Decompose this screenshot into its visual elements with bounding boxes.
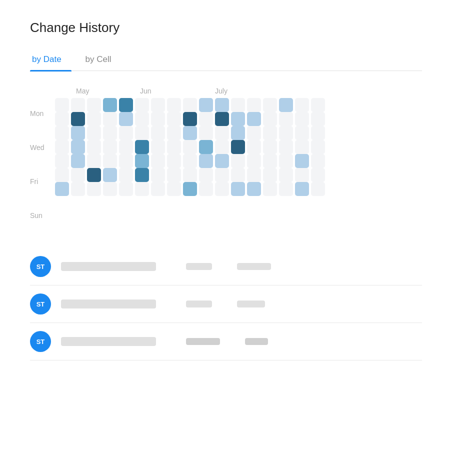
cell — [183, 98, 197, 112]
cell — [199, 126, 213, 140]
item-mid-bar — [186, 338, 220, 345]
cell — [199, 154, 213, 168]
cell — [71, 182, 85, 196]
cell — [135, 182, 149, 196]
item-mid-bar — [186, 263, 212, 270]
cell — [119, 154, 133, 168]
cell — [247, 168, 261, 182]
cell — [55, 112, 69, 126]
tab-by-cell[interactable]: by Cell — [84, 50, 122, 70]
day-label-sun: Sun — [30, 207, 50, 224]
calendar-row-sun — [55, 182, 422, 196]
item-right-bar — [237, 263, 271, 270]
cell — [311, 98, 325, 112]
cell — [247, 140, 261, 154]
cell — [311, 126, 325, 140]
cell — [311, 112, 325, 126]
cell — [247, 182, 261, 196]
avatar: ST — [30, 294, 51, 314]
cell — [119, 126, 133, 140]
cell — [135, 140, 149, 154]
cell — [87, 98, 101, 112]
cell — [215, 168, 229, 182]
cell — [103, 112, 117, 126]
cell — [87, 154, 101, 168]
avatar: ST — [30, 331, 51, 352]
day-label-fri: Fri — [30, 173, 50, 190]
history-list: ST ST ST — [30, 248, 422, 360]
cell — [135, 98, 149, 112]
cell — [295, 126, 309, 140]
day-label-wed: Wed — [30, 139, 50, 156]
cell — [295, 112, 309, 126]
item-right-bar — [237, 300, 265, 308]
list-item[interactable]: ST — [30, 248, 422, 286]
list-item[interactable]: ST — [30, 286, 422, 323]
cell — [215, 154, 229, 168]
cell — [263, 112, 277, 126]
cell — [199, 98, 213, 112]
cell — [151, 126, 165, 140]
cell — [103, 154, 117, 168]
cell — [103, 126, 117, 140]
cell — [311, 168, 325, 182]
cell — [311, 182, 325, 196]
cell — [87, 126, 101, 140]
cell — [183, 182, 197, 196]
cell — [55, 154, 69, 168]
calendar-row-blank3 — [55, 168, 422, 182]
cell — [151, 112, 165, 126]
cell — [263, 140, 277, 154]
cell — [55, 140, 69, 154]
cell — [119, 140, 133, 154]
cell — [71, 112, 85, 126]
cell — [55, 98, 69, 112]
cell — [71, 98, 85, 112]
cell — [199, 112, 213, 126]
cell — [279, 98, 293, 112]
list-item[interactable]: ST — [30, 323, 422, 360]
cell — [135, 168, 149, 182]
cell — [279, 126, 293, 140]
item-name-bar — [61, 262, 156, 271]
cell — [167, 168, 181, 182]
cell — [135, 154, 149, 168]
cell — [215, 182, 229, 196]
cell — [71, 126, 85, 140]
calendar-row-blank1 — [55, 112, 422, 126]
cell — [295, 140, 309, 154]
cell — [263, 154, 277, 168]
day-label-blank3 — [30, 190, 50, 207]
cell — [135, 112, 149, 126]
cell — [183, 168, 197, 182]
cell — [183, 154, 197, 168]
cell — [183, 126, 197, 140]
cell — [215, 126, 229, 140]
cell — [311, 140, 325, 154]
month-jun: Jun — [135, 87, 210, 95]
cell — [119, 168, 133, 182]
cell — [199, 140, 213, 154]
item-mid-bar — [186, 300, 212, 308]
cell — [183, 112, 197, 126]
cell — [167, 140, 181, 154]
cell — [247, 154, 261, 168]
cell — [167, 112, 181, 126]
cell — [119, 182, 133, 196]
page-title: Change History — [30, 20, 422, 36]
cell — [183, 140, 197, 154]
cell — [215, 98, 229, 112]
cell — [311, 154, 325, 168]
cell — [215, 112, 229, 126]
cell — [151, 140, 165, 154]
cell — [279, 140, 293, 154]
tabs-bar: by Date by Cell — [30, 50, 422, 71]
cell — [87, 168, 101, 182]
cell — [135, 126, 149, 140]
cell — [231, 154, 245, 168]
cell — [295, 182, 309, 196]
cell — [87, 182, 101, 196]
calendar-row-wed — [55, 126, 422, 140]
tab-by-date[interactable]: by Date — [30, 50, 72, 70]
month-may: May — [55, 87, 135, 95]
